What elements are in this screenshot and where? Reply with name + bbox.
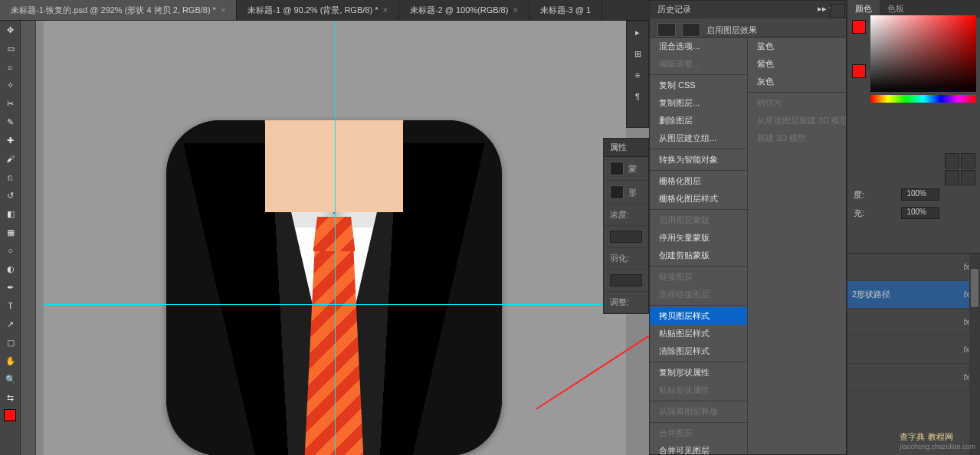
ctx-item[interactable]: 清除图层样式 bbox=[650, 342, 747, 360]
history-entry-label: 启用图层效果 bbox=[706, 25, 757, 36]
history-brush-icon[interactable]: ↺ bbox=[0, 186, 21, 205]
ctx-item[interactable]: 删除图层 bbox=[650, 112, 747, 129]
properties-panel: 属性 蒙 形 浓度: 羽化: 调整: bbox=[603, 138, 649, 314]
ctx-item[interactable]: 拷贝图层样式 bbox=[650, 307, 747, 325]
gradient-tool-icon[interactable]: ▦ bbox=[0, 223, 21, 241]
crop-tool-icon[interactable]: ✂ bbox=[0, 94, 21, 113]
close-icon[interactable]: × bbox=[382, 5, 387, 15]
ctx-item[interactable]: 复制形状属性 bbox=[650, 364, 747, 381]
mini-btn[interactable] bbox=[945, 170, 959, 185]
layer-row[interactable]: 2形状路径fx ▾ bbox=[847, 281, 980, 309]
close-icon[interactable]: × bbox=[513, 5, 517, 15]
color-picker[interactable] bbox=[870, 15, 976, 92]
eyedropper-tool-icon[interactable]: ✎ bbox=[0, 113, 21, 131]
ruler-vertical[interactable] bbox=[21, 21, 36, 455]
zoom-tool-icon[interactable]: 🔍 bbox=[0, 370, 21, 388]
close-icon[interactable]: × bbox=[221, 5, 225, 15]
move-tool-icon[interactable]: ✥ bbox=[0, 21, 21, 39]
mini-btn[interactable] bbox=[961, 170, 975, 185]
ctx-item[interactable]: 复制图层... bbox=[650, 94, 747, 112]
fill-input[interactable]: 100% bbox=[901, 207, 939, 219]
layer-row[interactable]: fx ▾ bbox=[847, 336, 980, 364]
ctx-item[interactable]: 复制 CSS bbox=[650, 77, 747, 94]
ctx-item[interactable]: 从图层建立组... bbox=[650, 129, 747, 147]
panel-icon[interactable]: ⊞ bbox=[627, 43, 648, 64]
tab-2[interactable]: 未标题-2 @ 100%(RGB/8)× bbox=[399, 0, 529, 20]
ctx-item[interactable]: 合并可见图层 bbox=[650, 442, 747, 455]
ctx-item[interactable]: 蓝色 bbox=[748, 38, 846, 55]
eraser-tool-icon[interactable]: ◧ bbox=[0, 205, 21, 223]
layer-name: 2形状路径 bbox=[852, 289, 890, 300]
history-tab[interactable]: 历史记录 ▸▸ ▾≡ bbox=[650, 1, 846, 18]
wand-tool-icon[interactable]: ✧ bbox=[0, 76, 21, 94]
hand-tool-icon[interactable]: ✋ bbox=[0, 352, 21, 370]
layers-panel: fx ▾2形状路径fx ▾fx ▾fx ▾fx ▾ bbox=[847, 253, 980, 455]
ctx-item[interactable]: 混合选项... bbox=[650, 38, 747, 55]
ctx-item: 合并图层 bbox=[650, 424, 747, 442]
properties-tab[interactable]: 属性 bbox=[604, 139, 648, 157]
heal-tool-icon[interactable]: ✚ bbox=[0, 131, 21, 149]
density-input[interactable] bbox=[610, 231, 642, 243]
panel-icon[interactable]: ▸ bbox=[627, 21, 648, 43]
canvas-area bbox=[21, 21, 649, 455]
type-tool-icon[interactable]: T bbox=[0, 296, 21, 315]
foreground-color-icon[interactable] bbox=[4, 409, 16, 421]
tab-label: 未标题-2 @ 100%(RGB/8) bbox=[410, 5, 509, 16]
layer-row[interactable]: fx ▾ bbox=[847, 364, 980, 391]
blur-tool-icon[interactable]: ○ bbox=[0, 241, 21, 260]
history-panel: 历史记录 ▸▸ ▾≡ 启用图层效果 bbox=[649, 0, 847, 40]
props-mask-row[interactable]: 蒙 bbox=[604, 157, 648, 181]
dodge-tool-icon[interactable]: ◐ bbox=[0, 260, 21, 278]
tab-label: 未标题-1 @ 90.2% (背景, RGB/8) * bbox=[247, 5, 378, 16]
ctx-item: 编辑调整... bbox=[650, 55, 747, 73]
layer-row[interactable]: fx ▾ bbox=[847, 309, 980, 336]
shape-icon bbox=[610, 185, 624, 199]
panel-collapse-icon[interactable] bbox=[830, 4, 845, 18]
props-adjust-row: 调整: bbox=[604, 292, 648, 313]
mini-btn[interactable] bbox=[961, 153, 975, 169]
panel-strip: ▸ ⊞ ≡ ¶ bbox=[626, 21, 649, 128]
ctx-item: 新建 3D 模型 bbox=[748, 129, 846, 147]
hue-slider[interactable] bbox=[870, 95, 976, 103]
stamp-tool-icon[interactable]: ⎌ bbox=[0, 168, 21, 186]
canvas[interactable] bbox=[44, 21, 626, 455]
top-right-icons bbox=[830, 4, 845, 18]
ctx-item[interactable]: 粘贴图层样式 bbox=[650, 325, 747, 342]
guide-vertical[interactable] bbox=[335, 21, 336, 455]
opacity-input[interactable]: 100% bbox=[901, 188, 939, 201]
shape-tool-icon[interactable]: ▢ bbox=[0, 333, 21, 352]
context-menu: 混合选项...编辑调整...复制 CSS复制图层...删除图层从图层建立组...… bbox=[649, 37, 847, 455]
tab-0[interactable]: 未标题-1-恢复的.psd @ 292% (形状 4 拷贝 2, RGB/8) … bbox=[0, 0, 237, 20]
ctx-item[interactable]: 停用矢量蒙版 bbox=[650, 229, 747, 247]
history-thumb-icon bbox=[682, 23, 700, 37]
right-column: 颜色 色板 度: 100% 充: 100% fx ▾2形状路径fx ▾fx ▾f… bbox=[847, 0, 980, 455]
ctx-item[interactable]: 紫色 bbox=[748, 55, 846, 73]
ctx-item[interactable]: 灰色 bbox=[748, 73, 846, 90]
context-col1: 混合选项...编辑调整...复制 CSS复制图层...删除图层从图层建立组...… bbox=[650, 38, 748, 454]
ctx-item[interactable]: 栅格化图层样式 bbox=[650, 190, 747, 208]
path-tool-icon[interactable]: ↗ bbox=[0, 315, 21, 333]
ctx-item[interactable]: 转换为智能对象 bbox=[650, 151, 747, 169]
tab-1[interactable]: 未标题-1 @ 90.2% (背景, RGB/8) *× bbox=[237, 0, 399, 20]
lasso-tool-icon[interactable]: ⌕ bbox=[0, 57, 21, 76]
background-swatch[interactable] bbox=[852, 64, 866, 78]
layer-row[interactable]: fx ▾ bbox=[847, 254, 980, 281]
panel-icon[interactable]: ≡ bbox=[627, 64, 648, 86]
brush-tool-icon[interactable]: 🖌 bbox=[0, 149, 21, 168]
tab-3[interactable]: 未标题-3 @ 1 bbox=[529, 0, 602, 20]
scrollbar[interactable] bbox=[969, 254, 980, 455]
foreground-swatch[interactable] bbox=[852, 20, 866, 34]
scrollbar-thumb[interactable] bbox=[971, 269, 978, 307]
pen-tool-icon[interactable]: ✒ bbox=[0, 278, 21, 296]
panel-icon[interactable]: ¶ bbox=[627, 86, 648, 107]
ctx-item[interactable]: 栅格化图层 bbox=[650, 172, 747, 190]
fill-label: 充: bbox=[854, 208, 864, 219]
props-shape-row[interactable]: 形 bbox=[604, 181, 648, 205]
ctx-item: 从所选图层新建 3D 模型 bbox=[748, 112, 846, 129]
ctx-item[interactable]: 创建剪贴蒙版 bbox=[650, 247, 747, 264]
swap-colors-icon[interactable]: ⇆ bbox=[0, 388, 21, 407]
mini-btn[interactable] bbox=[945, 153, 959, 169]
feather-input[interactable] bbox=[610, 274, 642, 286]
ctx-item: 启用图层蒙版 bbox=[650, 211, 747, 229]
marquee-tool-icon[interactable]: ▭ bbox=[0, 39, 21, 57]
